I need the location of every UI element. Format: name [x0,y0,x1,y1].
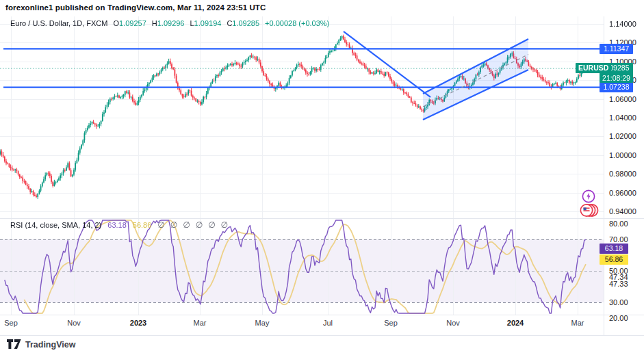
rsi-title: RSI (14, close, SMA, 14, 2) [10,221,101,229]
rsi-sma-value: 56.86 [133,221,152,229]
price-tick-label: 0.98000 [609,170,636,178]
high-value: H1.09296 [152,19,185,27]
time-tick-label: Sep [4,319,18,327]
time-tick-label: Mar [571,319,584,327]
rsi-tick-label: 47.33 [609,280,628,288]
time-tick-label: Sep [384,319,398,327]
empty-series-badge: ∅ [221,220,228,230]
resistance-price-label: 1.11347 [600,44,633,54]
time-tick-label: Nov [446,319,460,327]
chart-bottom-border [0,335,644,336]
tradingview-chart-screenshot: forexonline1 published on TradingView.co… [0,0,644,355]
price-tick-label: 0.94000 [609,207,636,215]
open-value: O1.09257 [113,19,146,27]
price-tick-label: 1.14000 [609,20,636,28]
time-tick-label: Mar [194,319,207,327]
rsi-sma-axis-value-label: 56.86 [600,254,628,265]
pane-separator[interactable] [0,218,644,219]
bar-countdown: 21:08:29 [600,73,633,83]
rsi-tick-label: 70.00 [609,235,628,244]
symbol-price-tag: EURUSD [576,63,611,73]
tradingview-watermark[interactable]: TradingView [7,339,75,350]
rsi-tick-label: 20.00 [609,314,628,322]
change-value: +0.00028 (+0.03%) [265,19,329,27]
rsi-current-value: 63.18 [107,221,127,229]
support-price-label: 1.07238 [600,82,633,92]
rsi-tick-label: 80.00 [609,220,628,228]
time-tick-label: Nov [67,319,81,327]
tradingview-brand-text: TradingView [25,340,75,350]
empty-series-badge: ∅ [196,220,203,230]
time-tick-label: 2023 [130,319,146,327]
rsi-empty-series: ∅∅∅∅∅∅ [157,220,228,230]
time-tick-label: Jul [323,319,333,327]
rsi-axis-value-label: 63.18 [600,244,628,254]
low-value: L1.09194 [190,19,221,27]
symbol-title: Euro / U.S. Dollar, 1D, FXCM [10,19,107,27]
rsi-legend[interactable]: RSI (14, close, SMA, 14, 2) 63.18 56.86 … [10,220,228,230]
price-tick-label: 1.04000 [609,114,636,122]
price-tick-label: 0.96000 [609,189,636,197]
publication-header: forexonline1 published on TradingView.co… [5,3,266,12]
empty-series-badge: ∅ [157,220,164,230]
time-tick-label: 2024 [507,319,524,327]
empty-series-badge: ∅ [170,220,177,230]
tradingview-logo-icon [7,339,21,350]
symbol-legend[interactable]: Euro / U.S. Dollar, 1D, FXCM O1.09257 H1… [10,19,329,27]
price-tick-label: 1.06000 [609,95,636,103]
economic-events-icon[interactable] [579,203,601,220]
price-tick-label: 1.00000 [609,151,636,159]
empty-series-badge: ∅ [183,220,190,230]
rsi-pane-canvas[interactable] [0,219,604,315]
rsi-tick-label: 30.00 [609,298,628,306]
time-tick-label: May [255,319,270,327]
empty-series-badge: ∅ [208,220,215,230]
time-axis-border [0,315,644,315]
price-tick-label: 1.02000 [609,132,636,140]
close-value: C1.09285 [227,19,259,27]
price-pane-canvas[interactable] [0,16,604,218]
